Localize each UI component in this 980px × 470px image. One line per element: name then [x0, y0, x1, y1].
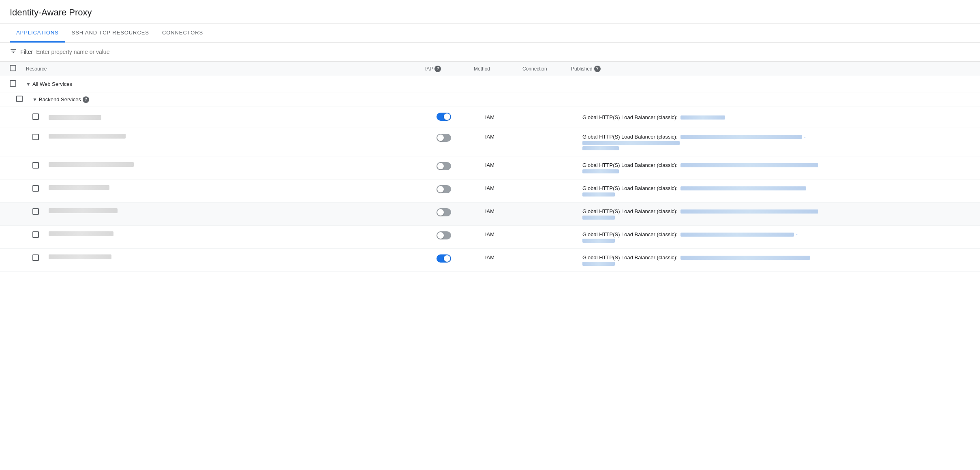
table-row: IAM Global HTTP(S) Load Balancer (classi… — [0, 249, 980, 272]
published-cell: Global HTTP(S) Load Balancer (classic): — [582, 254, 970, 266]
published-prefix: Global HTTP(S) Load Balancer (classic): — [582, 254, 679, 261]
table-row: IAM Global HTTP(S) Load Balancer (classi… — [0, 156, 980, 179]
published-prefix: Global HTTP(S) Load Balancer (classic): — [582, 114, 679, 120]
published-prefix: Global HTTP(S) Load Balancer (classic): — [582, 134, 679, 140]
table: Resource IAP ? Method Connection Publish… — [0, 62, 980, 272]
published-cell: Global HTTP(S) Load Balancer (classic): — [582, 114, 970, 120]
resource-name — [49, 115, 437, 120]
published-prefix: Global HTTP(S) Load Balancer (classic): — [582, 185, 679, 191]
col-method: Method — [474, 66, 522, 72]
method-cell: IAM — [485, 208, 534, 214]
table-header: Resource IAP ? Method Connection Publish… — [0, 62, 980, 76]
filter-label: Filter — [20, 49, 33, 55]
resource-name — [49, 185, 437, 190]
published-prefix: Global HTTP(S) Load Balancer (classic): — [582, 208, 679, 214]
method-cell: IAM — [485, 114, 534, 120]
expand-icon[interactable]: ▼ — [26, 81, 31, 87]
subgroup-checkbox[interactable] — [16, 96, 32, 103]
table-row: IAM Global HTTP(S) Load Balancer (classi… — [0, 107, 980, 128]
iap-help-icon[interactable]: ? — [434, 66, 441, 72]
filter-icon — [10, 47, 17, 56]
filter-bar: Filter — [0, 43, 980, 62]
published-cell: Global HTTP(S) Load Balancer (classic): — [582, 208, 970, 220]
col-connection: Connection — [522, 66, 571, 72]
iap-toggle[interactable] — [437, 134, 485, 143]
subgroup-name: Backend Services — [39, 96, 81, 103]
select-all-checkbox[interactable] — [10, 65, 26, 73]
tabs-bar: APPLICATIONS SSH AND TCP RESOURCES CONNE… — [0, 24, 980, 43]
published-cell: Global HTTP(S) Load Balancer (classic): — [582, 185, 970, 197]
iap-toggle[interactable] — [437, 113, 485, 122]
iap-toggle[interactable] — [437, 208, 485, 218]
table-row: IAM Global HTTP(S) Load Balancer (classi… — [0, 203, 980, 226]
resource-name — [49, 208, 437, 213]
published-help-icon[interactable]: ? — [594, 66, 601, 72]
row-checkbox[interactable] — [32, 185, 49, 193]
tab-applications[interactable]: APPLICATIONS — [10, 24, 65, 43]
tab-ssh-tcp[interactable]: SSH AND TCP RESOURCES — [65, 24, 156, 43]
iap-toggle[interactable] — [437, 254, 485, 264]
filter-input[interactable] — [36, 49, 970, 55]
col-resource: Resource — [26, 66, 425, 72]
group-all-web-services: ▼ All Web Services — [0, 76, 980, 92]
iap-toggle[interactable] — [437, 231, 485, 241]
published-prefix: Global HTTP(S) Load Balancer (classic): — [582, 162, 679, 168]
page-title: Identity-Aware Proxy — [0, 0, 980, 24]
published-cell: Global HTTP(S) Load Balancer (classic): — [582, 162, 970, 173]
tab-connectors[interactable]: CONNECTORS — [156, 24, 210, 43]
resource-name — [49, 134, 437, 139]
backend-services-help-icon[interactable]: ? — [83, 96, 89, 103]
table-row: IAM Global HTTP(S) Load Balancer (classi… — [0, 226, 980, 249]
method-cell: IAM — [485, 162, 534, 168]
group-name: All Web Services — [32, 81, 72, 87]
published-prefix: Global HTTP(S) Load Balancer (classic): — [582, 231, 679, 237]
method-cell: IAM — [485, 254, 534, 261]
published-cell: Global HTTP(S) Load Balancer (classic): … — [582, 134, 970, 150]
row-checkbox[interactable] — [32, 134, 49, 141]
col-iap: IAP ? — [425, 66, 474, 72]
method-cell: IAM — [485, 134, 534, 140]
table-row: IAM Global HTTP(S) Load Balancer (classi… — [0, 128, 980, 156]
col-published: Published ? — [571, 66, 970, 72]
group-checkbox[interactable] — [10, 80, 26, 88]
group-label: ▼ All Web Services — [26, 81, 970, 87]
row-checkbox[interactable] — [32, 113, 49, 121]
row-checkbox[interactable] — [32, 208, 49, 216]
method-cell: IAM — [485, 231, 534, 237]
iap-toggle[interactable] — [437, 185, 485, 194]
resource-name — [49, 254, 437, 259]
resource-name — [49, 231, 437, 236]
published-cell: Global HTTP(S) Load Balancer (classic): … — [582, 231, 970, 243]
row-checkbox[interactable] — [32, 231, 49, 239]
table-row: IAM Global HTTP(S) Load Balancer (classi… — [0, 179, 980, 203]
row-checkbox[interactable] — [32, 162, 49, 170]
iap-toggle[interactable] — [437, 162, 485, 171]
subgroup-label: ▼ Backend Services ? — [32, 96, 970, 103]
method-cell: IAM — [485, 185, 534, 191]
resource-name — [49, 162, 437, 167]
row-checkbox[interactable] — [32, 254, 49, 262]
subgroup-expand-icon[interactable]: ▼ — [32, 97, 37, 103]
subgroup-backend-services: ▼ Backend Services ? — [0, 92, 980, 107]
